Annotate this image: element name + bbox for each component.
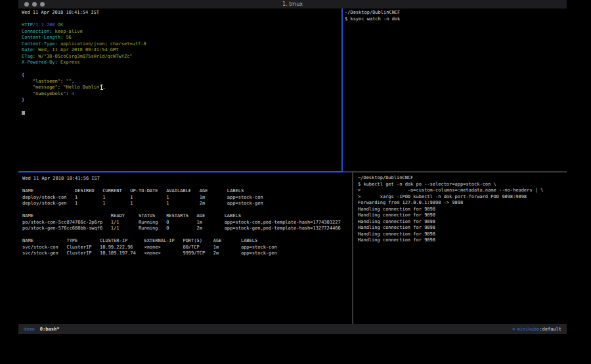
json-key: "message" <box>22 85 58 90</box>
tmux-status-bar: demo 0:bash* ⎈ minikube :default <box>18 324 567 334</box>
output-line: Handling connection for 9898 <box>358 207 571 213</box>
pane-ksync[interactable]: ~/Desktop/DublinCNCF $ ksync watch -n do… <box>343 9 570 172</box>
http-header: ETag:W/"38-05coCsrg3mQ75sHr1d/qcWTwYZc" <box>22 54 345 60</box>
pane-kubectl-get[interactable]: Wed 11 Apr 2018 10:41:56 IST NAME DESIRE… <box>18 172 357 327</box>
table-header: NAME READY STATUS RESTARTS AGE LABELS <box>22 213 356 220</box>
window-title: 1. tmux <box>18 1 567 7</box>
titlebar[interactable]: 1. tmux <box>18 0 567 9</box>
output-line: Handling connection for 9898 <box>358 237 571 244</box>
header-value: Wed, 11 Apr 2018 09:41:54 GMT <box>38 47 118 52</box>
table-header: NAME DESIRED CURRENT UP-TO-DATE AVAILABL… <box>22 188 356 195</box>
table-row: po/stock-gen-576cc688bb-swqf6 1/1 Runnin… <box>22 226 356 232</box>
status-left: demo 0:bash* <box>24 327 59 332</box>
json-comma: , <box>102 85 105 90</box>
http-status-line: HTTP/1.1 200OK <box>22 22 345 29</box>
http-header: Content-Type:application/json; charset=u… <box>22 41 345 48</box>
table-row: deploy/stock-con 1 1 1 1 1m app=stock-co… <box>22 195 356 201</box>
table-row: svc/stock-con ClusterIP 10.99.222.96 <no… <box>22 245 356 251</box>
table-row: po/stock-con-5cc874766c-2p6rp 1/1 Runnin… <box>22 220 356 226</box>
pane-http-response[interactable]: Wed 11 Apr 2018 10:41:54 IST HTTP/1.1 20… <box>18 9 347 172</box>
header-name: Content-Length: <box>22 35 63 40</box>
json-value: "" <box>66 79 71 84</box>
http-reason: OK <box>58 22 63 28</box>
header-value: keep-alive <box>55 29 83 34</box>
json-colon: : <box>66 91 71 96</box>
command-continuation: > xargs -IPOD kubectl -n dok port-forwar… <box>358 194 571 201</box>
http-header: X-Powered-By:Express <box>22 60 345 66</box>
output-line: Forwarding from 127.0.0.1:9898 -> 9898 <box>358 200 571 207</box>
window-tab-bash[interactable]: 0:bash* <box>40 327 60 332</box>
header-value: 56 <box>66 35 71 40</box>
traffic-lights <box>24 2 45 7</box>
json-entry: "numsymbols": 4 <box>22 91 345 98</box>
terminal-cursor <box>22 111 25 115</box>
header-name: Date: <box>22 47 35 52</box>
output-line: Handling connection for 9898 <box>358 232 571 238</box>
json-value: "Hello Dublin" <box>63 85 102 90</box>
header-value: Express <box>60 60 80 65</box>
output-line: Handling connection for 9898 <box>358 225 571 232</box>
kube-context: minikube <box>517 327 540 332</box>
json-close-brace: } <box>22 97 345 104</box>
header-name: X-Powered-By: <box>22 60 58 65</box>
date-line: Wed 11 Apr 2018 10:41:56 IST <box>22 176 356 182</box>
json-entry: "message": "Hello Dublin", <box>22 85 345 91</box>
blank-line <box>22 66 345 73</box>
output-line: Handling connection for 9898 <box>358 212 571 219</box>
minimize-button[interactable] <box>32 2 37 7</box>
header-value: application/json; charset=utf-8 <box>60 41 146 47</box>
http-header: Connection:keep-alive <box>22 29 345 35</box>
blank-line <box>22 232 356 239</box>
blank-line <box>22 104 345 110</box>
http-protocol: HTTP <box>22 22 33 28</box>
prompt-line <box>22 110 345 117</box>
json-colon: : <box>58 85 63 90</box>
session-name: demo <box>24 327 35 332</box>
json-key: "lastseen" <box>22 79 60 84</box>
terminal-area: Wed 11 Apr 2018 10:41:54 IST HTTP/1.1 20… <box>18 9 567 324</box>
mouse-text-cursor-icon <box>101 85 102 90</box>
blank-line <box>22 207 356 214</box>
table-row: svc/stock-gen ClusterIP 10.109.197.74 <n… <box>22 251 356 257</box>
header-name: Content-Type: <box>22 41 58 47</box>
command-line: $ ksync watch -n dok <box>345 16 569 23</box>
command-line: $ kubectl get -n dok po --selector=app=s… <box>358 182 571 188</box>
kubernetes-helm-icon: ⎈ <box>512 327 515 332</box>
date-line: Wed 11 Apr 2018 10:41:54 IST <box>22 10 345 16</box>
table-row: deploy/stock-gen 1 1 1 1 2m app=stock-ge… <box>22 201 356 207</box>
http-version-code: /1.1 200 <box>33 22 55 28</box>
header-name: Connection: <box>22 29 52 34</box>
cwd-line: ~/Desktop/DublinCNCF <box>358 175 571 182</box>
kube-namespace: :default <box>539 327 561 332</box>
json-comma: , <box>72 79 74 84</box>
cwd-line: ~/Desktop/DublinCNCF <box>345 10 569 16</box>
header-value: W/"38-05coCsrg3mQ75sHr1d/qcWTwYZc" <box>38 54 132 59</box>
json-open-brace: { <box>22 72 345 79</box>
status-right: ⎈ minikube :default <box>512 327 561 332</box>
table-header: NAME TYPE CLUSTER-IP EXTERNAL-IP PORT(S)… <box>22 238 356 245</box>
blank-line <box>22 16 345 23</box>
close-button[interactable] <box>24 2 29 7</box>
header-name: ETag: <box>22 54 35 59</box>
json-value: 4 <box>72 91 74 96</box>
fullscreen-button[interactable] <box>40 2 45 7</box>
http-header: Date:Wed, 11 Apr 2018 09:41:54 GMT <box>22 47 345 54</box>
pane-port-forward[interactable]: ~/Desktop/DublinCNCF $ kubectl get -n do… <box>353 172 573 327</box>
terminal-window: 1. tmux Wed 11 Apr 2018 10:41:54 IST HTT… <box>18 0 567 334</box>
json-key: "numsymbols" <box>22 91 66 96</box>
blank-line <box>22 182 356 189</box>
http-header: Content-Length:56 <box>22 35 345 41</box>
output-line: Handling connection for 9898 <box>358 219 571 226</box>
command-continuation: > -o=custom-columns=:metadata.name --no-… <box>358 188 571 194</box>
json-entry: "lastseen": "", <box>22 79 345 85</box>
